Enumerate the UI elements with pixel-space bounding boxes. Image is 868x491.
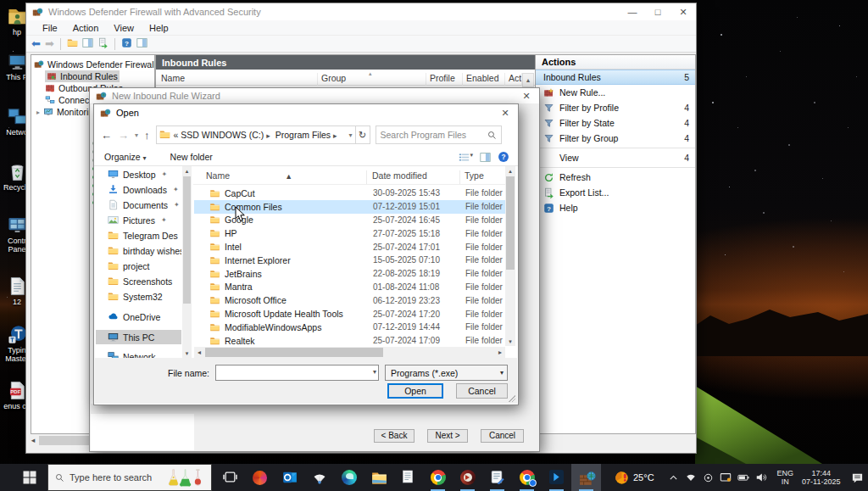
taskbar-app-fan[interactable]	[304, 464, 334, 491]
actions-inbound-rules[interactable]: Inbound Rules 5	[536, 70, 695, 85]
organize-button[interactable]: Organize ▾	[104, 152, 147, 162]
tray-battery-icon[interactable]	[737, 471, 749, 483]
breadcrumb-1[interactable]: Program Files	[273, 130, 331, 140]
view-mode-button[interactable]: ▾	[459, 152, 473, 163]
file-row[interactable]: Internet Explorer15-05-2025 07:10File fo…	[194, 254, 507, 267]
back-arrow[interactable]: ←	[101, 129, 112, 142]
taskbar-app-task-view[interactable]	[215, 464, 245, 491]
tray-sync-icon[interactable]	[703, 472, 714, 483]
action-filter-by-state[interactable]: Filter by State4	[536, 115, 695, 131]
new-folder-button[interactable]: New folder	[170, 152, 213, 162]
taskbar-app-notes[interactable]	[482, 464, 512, 491]
rules-column-enabled[interactable]: Enabled	[466, 73, 499, 83]
file-row[interactable]: Intel25-07-2024 17:01File folder	[194, 240, 507, 254]
sidebar-item-documents[interactable]: Documents✦	[96, 198, 181, 212]
action-export-list[interactable]: Export List...	[536, 185, 695, 200]
file-name-input[interactable]: ▾	[215, 365, 379, 381]
sidebar-item-desktop[interactable]: Desktop✦	[96, 167, 181, 181]
wizard-close-button[interactable]: ✕	[514, 88, 539, 103]
action-view[interactable]: View4	[536, 150, 695, 165]
forward-arrow[interactable]: →	[118, 129, 129, 142]
file-row[interactable]: ModifiableWindowsApps07-12-2019 14:44Fil…	[194, 321, 507, 334]
column-name[interactable]: Name	[206, 170, 230, 181]
toolbar-window-icon[interactable]	[82, 37, 93, 50]
file-list-hscrollbar[interactable]: ◂ ▸	[194, 347, 505, 358]
tray-chevron-up[interactable]	[668, 472, 679, 483]
action-filter-by-profile[interactable]: Filter by Profile4	[536, 100, 695, 115]
tree-item[interactable]: Inbound Rules	[31, 70, 154, 82]
language-indicator[interactable]: ENGIN	[777, 469, 794, 486]
open-button[interactable]: Open	[387, 383, 443, 399]
action-help[interactable]: ?Help	[536, 200, 695, 215]
file-row[interactable]: Microsoft Update Health Tools25-07-2024 …	[194, 307, 507, 321]
menu-view[interactable]: View	[106, 21, 142, 35]
tray-volume-icon[interactable]	[755, 471, 767, 483]
breadcrumb-0[interactable]: SSD WINDOWS (C:)	[178, 130, 264, 140]
start-button[interactable]	[12, 464, 47, 491]
file-row[interactable]: Mantra01-08-2024 11:08File folder	[194, 281, 507, 294]
close-button[interactable]: ✕	[670, 3, 696, 20]
sidebar-scrollbar[interactable]: ▴ ▾	[182, 166, 192, 358]
notification-center-icon[interactable]	[851, 471, 864, 484]
file-row[interactable]: JetBrains22-08-2025 18:19File folder	[194, 267, 507, 281]
taskbar-app-idm[interactable]	[453, 464, 482, 491]
file-row[interactable]: CapCut30-09-2025 15:43File folder	[194, 187, 507, 200]
sidebar-item-birthday-wishes[interactable]: birthday wishes	[96, 243, 181, 258]
nav-back-icon[interactable]: ⬅	[31, 37, 41, 50]
refresh-button[interactable]: ↻	[356, 126, 370, 144]
search-input[interactable]: Search Program Files	[376, 126, 502, 144]
address-dropdown-icon[interactable]: ▾	[349, 131, 353, 139]
taskbar-app-notepad[interactable]	[393, 464, 423, 491]
taskbar-app-code[interactable]	[542, 464, 571, 491]
sidebar-item-this-pc[interactable]: This PC	[96, 330, 181, 344]
action-new-rule[interactable]: New Rule...	[536, 85, 695, 100]
taskbar-app-microsoft-365[interactable]	[245, 464, 275, 491]
sidebar-item-screenshots[interactable]: Screenshots	[96, 274, 181, 288]
taskbar-app-chrome[interactable]	[423, 464, 453, 491]
taskbar-search[interactable]: Type here to search	[47, 464, 212, 491]
sidebar-item-system32[interactable]: System32	[96, 289, 181, 304]
up-arrow[interactable]: ↑	[144, 129, 150, 142]
rules-column-name[interactable]: Name	[161, 73, 185, 83]
sidebar-item-downloads[interactable]: Downloads✦	[96, 182, 181, 197]
preview-pane-button[interactable]	[480, 152, 491, 163]
menu-file[interactable]: File	[35, 21, 65, 35]
rules-scroll-up[interactable]: ▴	[522, 73, 534, 87]
sidebar-item-pictures[interactable]: Pictures✦	[96, 213, 181, 227]
open-cancel-button[interactable]: Cancel	[456, 383, 508, 399]
taskbar-clock[interactable]: 17:4407-11-2025	[802, 469, 840, 486]
taskbar-app-outlook[interactable]	[275, 464, 304, 491]
action-filter-by-group[interactable]: Filter by Group4	[536, 131, 695, 146]
firewall-titlebar[interactable]: Windows Defender Firewall with Advanced …	[26, 3, 696, 20]
toolbar-window2-icon[interactable]	[136, 37, 147, 50]
menu-action[interactable]: Action	[65, 21, 107, 35]
action-refresh[interactable]: Refresh	[536, 170, 695, 185]
rules-column-profile[interactable]: Profile	[430, 73, 455, 83]
sidebar-item-onedrive[interactable]: OneDrive	[96, 310, 181, 324]
file-row[interactable]: Realtek25-07-2024 17:09File folder	[194, 334, 507, 348]
back-button[interactable]: < Back	[374, 429, 415, 443]
recent-dropdown[interactable]: ▾	[135, 131, 138, 139]
nav-forward-icon[interactable]: ➡	[45, 37, 54, 50]
resize-grip[interactable]	[509, 395, 515, 402]
file-row[interactable]: HP27-07-2025 15:18File folder	[194, 226, 507, 240]
sidebar-item-telegram-des[interactable]: Telegram Des✦	[96, 228, 181, 243]
address-bar[interactable]: « SSD WINDOWS (C:)▸ Program Files▸ ▾	[156, 126, 356, 144]
wizard-cancel-button[interactable]: Cancel	[481, 429, 524, 443]
file-list-vscrollbar[interactable]: ▴ ▾	[505, 166, 515, 346]
weather-widget[interactable]: 25°C	[615, 471, 654, 485]
sidebar-item-project[interactable]: project	[96, 259, 181, 273]
maximize-button[interactable]: □	[645, 3, 670, 20]
sidebar-item-network[interactable]: Network	[96, 349, 181, 358]
toolbar-help-icon[interactable]: ?	[121, 37, 132, 50]
minimize-button[interactable]: —	[620, 3, 645, 20]
open-titlebar[interactable]: Open ✕	[94, 104, 518, 121]
next-button[interactable]: Next >	[427, 429, 468, 443]
rules-column-group[interactable]: Group	[321, 73, 346, 83]
column-type[interactable]: Type	[465, 170, 484, 181]
tray-display-icon[interactable]	[720, 471, 732, 483]
help-button[interactable]: ?	[498, 151, 509, 163]
taskbar-app-chrome-profile[interactable]	[512, 464, 542, 491]
column-date[interactable]: Date modified	[372, 170, 427, 181]
taskbar-app-file-explorer[interactable]	[364, 464, 393, 491]
